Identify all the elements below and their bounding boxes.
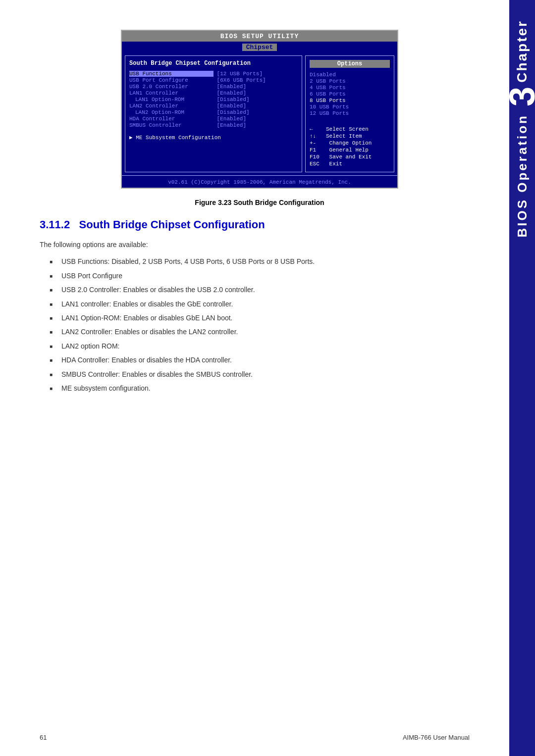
bios-nav-esc: ESC Exit (310, 161, 390, 167)
list-item: HDA Controller: Enables or disables the … (50, 354, 480, 365)
bios-item-usb-port-configure: USB Port Configure (129, 77, 214, 83)
bios-item-hda: HDA Controller (129, 116, 214, 122)
list-item: SMBUS Controller: Enables or disables th… (50, 369, 480, 380)
bios-inner: South Bridge Chipset Configuration USB F… (122, 52, 397, 175)
bios-item-usb-functions: USB Functions (129, 71, 214, 77)
bios-options-header: Options (310, 60, 390, 68)
bios-nav-item: ↑↓ Select Item (310, 133, 390, 139)
list-item: USB 2.0 Controller: Enables or disables … (50, 284, 480, 295)
bios-value-lan1: [Enabled] (214, 90, 246, 96)
bios-nav-section: ← Select Screen ↑↓ Select Item +- Change… (310, 126, 390, 167)
list-item: USB Functions: Disabled, 2 USB Ports, 4 … (50, 256, 480, 267)
section-number: 3.11.2 (40, 218, 70, 231)
bios-footer: v02.61 (C)Copyright 1985-2006, American … (122, 175, 397, 188)
list-item: LAN2 option ROM: (50, 341, 480, 352)
bios-row-lan1-rom: LAN1 Option-ROM [Disabled] (129, 97, 298, 102)
main-content: BIOS SETUP UTILITY Chipset South Bridge … (0, 0, 509, 423)
bios-row-usb-port-configure: USB Port Configure [6X6 USB Ports] (129, 77, 298, 83)
bios-option-4usb: 4 USB Ports (310, 85, 390, 91)
bios-item-smbus: SMBUS Controller (129, 122, 214, 128)
bios-nav-f1: F1 General Help (310, 147, 390, 153)
bios-value-hda: [Enabled] (214, 116, 246, 122)
bios-title-bar: BIOS SETUP UTILITY (122, 31, 397, 42)
bios-item-lan1-rom: LAN1 Option-ROM (129, 97, 214, 102)
bios-value-lan2: [Enabled] (214, 103, 246, 109)
bios-item-lan2: LAN2 Controller (129, 103, 214, 109)
bios-value-usb-functions: [12 USB Ports] (214, 71, 263, 77)
bios-value-lan1-rom: [Disabled] (214, 97, 250, 102)
bios-subtitle-bar: Chipset (122, 42, 397, 52)
bios-option-6usb: 6 USB Ports (310, 91, 390, 97)
bios-row-lan2: LAN2 Controller [Enabled] (129, 103, 298, 109)
list-item: USB Port Configure (50, 270, 480, 281)
bios-item-usb-20: USB 2.0 Controller (129, 84, 214, 90)
bios-footer-text: v02.61 (C)Copyright 1985-2006, American … (168, 179, 351, 185)
bios-nav-change: +- Change Option (310, 140, 390, 146)
bios-left-header: South Bridge Chipset Configuration (129, 60, 298, 67)
bios-option-2usb: 2 USB Ports (310, 78, 390, 84)
section-heading: 3.11.2 South Bridge Chipset Configuratio… (40, 218, 480, 231)
bios-row-usb-functions: USB Functions [12 USB Ports] (129, 71, 298, 77)
bios-chipset-label: Chipset (242, 44, 277, 51)
section-title: South Bridge Chipset Configuration (79, 218, 265, 231)
bullet-list: USB Functions: Disabled, 2 USB Ports, 4 … (40, 256, 480, 394)
section-intro: The following options are available: (40, 239, 480, 250)
chapter-label: Chapter (515, 20, 529, 83)
page-footer: 61 AIMB-766 User Manual (0, 734, 509, 741)
bios-nav-screen: ← Select Screen (310, 126, 390, 132)
list-item: LAN1 controller: Enables or disables the… (50, 299, 480, 309)
bios-left-panel: South Bridge Chipset Configuration USB F… (125, 55, 302, 172)
bios-row-lan1: LAN1 Controller [Enabled] (129, 90, 298, 96)
bios-submenu-me: ▶ ME Subsystem Configuration (129, 134, 298, 141)
chapter-sidebar: Chapter 3 BIOS Operation (509, 0, 535, 756)
bios-option-12usb: 12 USB Ports (310, 110, 390, 116)
list-item: ME subsystem configuration. (50, 383, 480, 394)
bios-row-usb-20: USB 2.0 Controller [Enabled] (129, 84, 298, 90)
page-number: 61 (40, 734, 47, 741)
bios-screenshot: BIOS SETUP UTILITY Chipset South Bridge … (121, 30, 398, 189)
bios-option-disabled: Disabled (310, 72, 390, 78)
bios-right-panel: Options Disabled 2 USB Ports 4 USB Ports… (305, 55, 394, 172)
figure-caption: Figure 3.23 South Bridge Configuration (40, 199, 480, 206)
bios-item-lan2-rom: LAN2 Option-ROM (129, 109, 214, 115)
bios-row-hda: HDA Controller [Enabled] (129, 116, 298, 122)
list-item: LAN1 Option-ROM: Enables or disables GbE… (50, 312, 480, 323)
bios-option-10usb: 10 USB Ports (310, 104, 390, 110)
bios-nav-f10: F10 Save and Exit (310, 154, 390, 160)
bios-item-lan1: LAN1 Controller (129, 90, 214, 96)
bios-option-8usb: 8 USB Ports (310, 98, 390, 103)
chapter-number: 3 (502, 88, 535, 106)
bios-value-lan2-rom: [Disabled] (214, 109, 250, 115)
bios-title: BIOS SETUP UTILITY (220, 33, 299, 40)
bios-value-usb-port-configure: [6X6 USB Ports] (214, 77, 266, 83)
bios-row-lan2-rom: LAN2 Option-ROM [Disabled] (129, 109, 298, 115)
manual-name: AIMB-766 User Manual (403, 734, 470, 741)
bios-value-usb-20: [Enabled] (214, 84, 246, 90)
bios-row-smbus: SMBUS Controller [Enabled] (129, 122, 298, 128)
bios-operation-label: BIOS Operation (515, 114, 530, 238)
list-item: LAN2 Controller: Enables or disables the… (50, 326, 480, 337)
bios-value-smbus: [Enabled] (214, 122, 246, 128)
